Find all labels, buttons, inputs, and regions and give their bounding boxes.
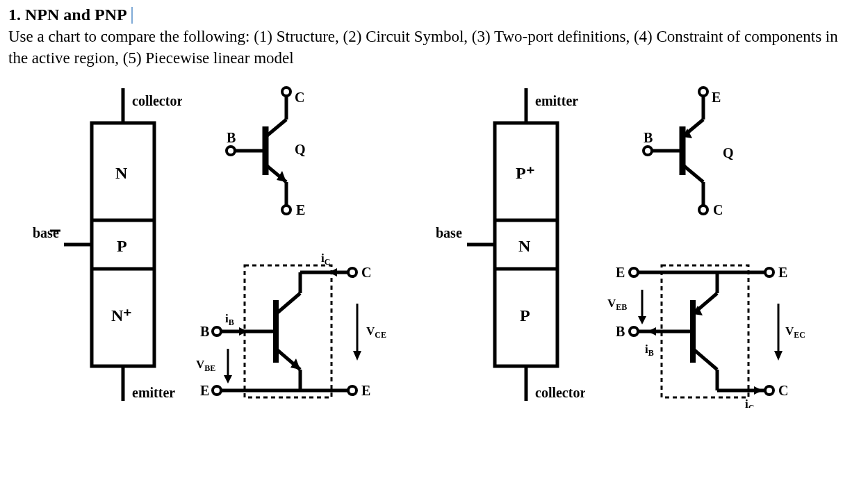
svg-point-73 [765,268,773,277]
text-cursor [131,7,133,24]
pnp-emitter-label: emitter [535,93,578,108]
svg-point-16 [282,206,290,214]
pnp-twoport-C: C [778,383,788,398]
npn-symbol-twoport: C B E Q [196,81,404,408]
pnp-iB-label: iB [645,343,654,358]
pnp-symbol-E: E [712,90,721,105]
npn-iC-label: iC [321,252,330,267]
svg-point-32 [348,268,357,277]
pnp-layer2: N [518,237,531,255]
svg-point-75 [765,386,773,395]
pnp-layer3: P [520,306,530,324]
pnp-twoport-Eright: E [778,265,787,280]
pnp-symbol-B: B [644,130,653,145]
pnp-iC-label: iC [745,397,754,408]
title-text: 1. NPN and PNP [8,6,127,24]
instructions-text: Use a chart to compare the following: (1… [8,26,860,69]
pnp-collector-label: collector [535,385,585,400]
svg-point-70 [630,268,638,277]
npn-layer1: N [115,164,128,182]
npn-symbol-C: C [295,90,304,105]
pnp-structure-diagram: emitter collector base P⁺ N P [432,81,585,408]
svg-marker-36 [239,327,247,336]
npn-symbol-E: E [296,202,305,217]
npn-group: collector emitter base N P N⁺ [29,81,404,408]
svg-point-57 [699,206,707,214]
npn-iB-label: iB [225,312,234,327]
npn-emitter-label: emitter [132,385,175,400]
pnp-base-label: base [436,225,462,240]
pnp-vEC-label: VEC [785,324,805,340]
svg-marker-79 [648,327,656,336]
npn-base-label: base [33,225,59,240]
npn-symbol: C B E Q [227,88,306,217]
svg-marker-41 [353,351,361,361]
pnp-symbol-twoport: E B C Q [599,81,814,408]
pnp-symbol-C: C [713,202,723,217]
section-title: 1. NPN and PNP [8,6,860,24]
svg-point-8 [282,88,290,96]
svg-marker-39 [224,375,232,384]
diagram-area: collector emitter base N P N⁺ [8,81,860,408]
pnp-twoport: VEB iB iC VEC E B E C [607,265,805,408]
npn-twoport: iB iC VBE VCE B E C E [196,252,386,398]
npn-layer2: P [117,237,127,255]
npn-symbol-B: B [227,130,236,145]
svg-marker-82 [774,351,783,361]
svg-marker-80 [754,386,762,395]
pnp-group: emitter collector base P⁺ N P [432,81,814,408]
npn-twoport-Eright: E [361,383,370,398]
svg-point-49 [699,88,707,96]
svg-line-65 [693,349,717,370]
npn-vBE-label: VBE [196,358,215,373]
pnp-vEB-label: VEB [607,297,627,312]
svg-point-51 [644,147,652,155]
npn-twoport-Eleft: E [200,383,209,398]
pnp-layer1: P⁺ [516,164,535,182]
pnp-twoport-Eleft: E [616,265,625,280]
svg-point-31 [213,386,221,395]
pnp-symbol: E B C Q [644,88,734,217]
svg-point-34 [348,386,357,395]
npn-structure-diagram: collector emitter base N P N⁺ [29,81,182,408]
svg-point-30 [213,327,221,336]
npn-collector-label: collector [132,93,182,108]
svg-marker-78 [638,316,646,324]
svg-point-72 [630,327,638,336]
svg-line-20 [276,293,300,314]
npn-twoport-B: B [200,324,209,339]
pnp-symbol-Q: Q [723,145,734,160]
npn-symbol-Q: Q [295,142,306,157]
npn-vCE-label: VCE [366,324,386,340]
npn-twoport-C: C [361,265,371,280]
svg-point-10 [227,147,235,155]
pnp-twoport-B: B [616,324,625,339]
npn-layer3: N⁺ [111,306,132,324]
svg-marker-37 [329,268,337,277]
